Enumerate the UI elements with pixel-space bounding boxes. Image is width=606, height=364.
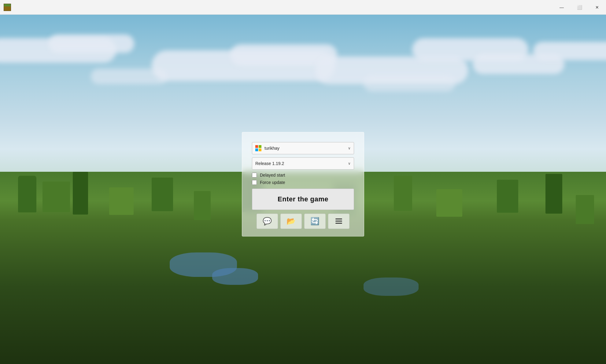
launcher-dialog: turikhay ∨ Release 1.19.2 ∨ Delayed star… — [242, 132, 364, 236]
force-update-row: Force update — [252, 180, 354, 185]
icon-bar: 💬 📂 🔄 — [252, 213, 354, 229]
cloud — [533, 42, 606, 60]
app-icon — [0, 0, 15, 15]
menu-button[interactable] — [328, 213, 349, 229]
account-dropdown[interactable]: turikhay ∨ — [252, 142, 354, 154]
version-dropdown-arrow: ∨ — [348, 161, 351, 165]
tree — [194, 191, 211, 220]
app-logo — [4, 4, 11, 11]
ms-logo-green — [259, 145, 261, 148]
tree — [394, 176, 412, 211]
maximize-button[interactable]: ⬜ — [571, 0, 588, 15]
cloud — [364, 75, 455, 92]
account-dropdown-arrow: ∨ — [348, 146, 351, 150]
tree — [497, 180, 518, 213]
water-patch — [364, 278, 419, 296]
water-patch — [212, 268, 258, 285]
delayed-start-checkbox[interactable] — [252, 172, 257, 177]
chat-icon: 💬 — [263, 217, 272, 225]
refresh-icon: 🔄 — [310, 217, 320, 225]
version-label: Release 1.19.2 — [255, 161, 348, 166]
ms-logo-yellow — [259, 148, 261, 151]
version-dropdown[interactable]: Release 1.19.2 ∨ — [252, 157, 354, 169]
delayed-start-row: Delayed start — [252, 172, 354, 177]
microsoft-logo — [255, 145, 261, 151]
ms-logo-blue — [255, 148, 258, 151]
tree — [576, 195, 594, 224]
chat-button[interactable]: 💬 — [257, 213, 278, 229]
tree — [545, 174, 562, 214]
ms-logo-red — [255, 145, 258, 148]
titlebar: — ⬜ ✕ — [0, 0, 606, 15]
force-update-checkbox[interactable] — [252, 180, 257, 185]
folder-button[interactable]: 📂 — [280, 213, 302, 229]
cloud — [91, 69, 167, 84]
hamburger-icon — [335, 219, 342, 224]
account-label: turikhay — [264, 145, 348, 150]
delayed-start-label[interactable]: Delayed start — [260, 172, 285, 177]
minimize-button[interactable]: — — [553, 0, 571, 15]
tree — [109, 187, 134, 215]
cloud — [49, 35, 134, 53]
tree — [42, 182, 70, 212]
window-controls: — ⬜ ✕ — [553, 0, 606, 15]
enter-game-button[interactable]: Enter the game — [252, 188, 354, 210]
force-update-label[interactable]: Force update — [260, 180, 285, 185]
folder-icon: 📂 — [286, 217, 296, 225]
tree — [73, 172, 88, 215]
tree — [152, 178, 173, 211]
tree — [18, 176, 36, 212]
close-button[interactable]: ✕ — [588, 0, 606, 15]
tree — [436, 189, 462, 217]
refresh-button[interactable]: 🔄 — [304, 213, 326, 229]
checkboxes-section: Delayed start Force update — [252, 172, 354, 185]
